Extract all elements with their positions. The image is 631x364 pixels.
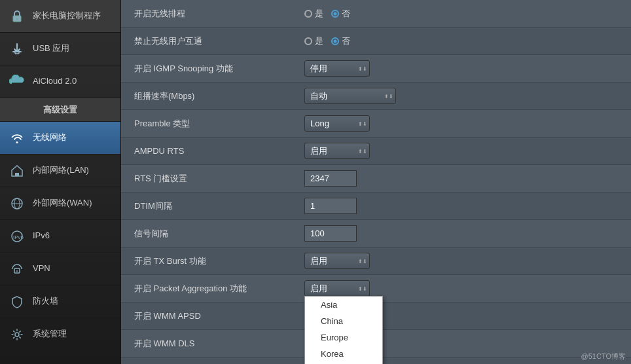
control-igmp-snooping: 停用 启用: [304, 60, 370, 77]
svg-point-1: [16, 18, 18, 20]
row-preamble: Preamble 类型 Long Short Auto: [121, 110, 631, 137]
sidebar-label-vpn: VPN: [33, 263, 50, 274]
radio-no-0[interactable]: 否: [331, 8, 350, 20]
control-ap-isolation: 是 否: [304, 35, 350, 47]
select-wrapper-tx-burst: 启用 停用: [304, 253, 370, 269]
label-ampdu-rts: AMPDU RTS: [134, 146, 304, 156]
sidebar-label-wan: 外部网络(WAN): [33, 198, 92, 209]
select-wrapper-igmp: 停用 启用: [304, 60, 370, 77]
sidebar-label-wireless: 无线网络: [33, 132, 67, 143]
row-dtim-interval: DTIM间隔: [121, 192, 631, 220]
row-wireless-scheduler: 开启无线排程 是 否: [121, 0, 631, 27]
wifi-icon: [8, 129, 26, 147]
radio-dot-no-1: [331, 37, 339, 45]
label-dtim-interval: DTIM间隔: [134, 200, 304, 212]
radio-no-1[interactable]: 否: [331, 35, 350, 47]
sidebar-section-advanced: 高级设置: [0, 98, 120, 122]
sidebar-label-parental: 家长电脑控制程序: [33, 10, 101, 22]
dropdown-item-korea[interactable]: Korea: [305, 346, 382, 362]
label-beacon-interval: 信号间隔: [134, 228, 304, 240]
main-content: 开启无线排程 是 否 禁止无线用户互通: [121, 0, 631, 364]
control-ampdu-rts: 启用 停用: [304, 143, 370, 159]
sidebar-item-lan[interactable]: 内部网络(LAN): [0, 155, 120, 187]
sidebar-item-parental[interactable]: 家长电脑控制程序: [0, 0, 120, 33]
label-multicast-rate: 组播速率(Mbps): [134, 90, 304, 102]
control-tx-burst: 启用 停用: [304, 253, 370, 269]
sidebar-item-wireless[interactable]: 无线网络: [0, 122, 120, 155]
label-ap-isolation: 禁止无线用户互通: [134, 35, 304, 47]
row-tx-burst: 开启 TX Burst 功能 启用 停用: [121, 247, 631, 275]
dropdown-item-asia[interactable]: Asia: [305, 297, 382, 313]
label-wmm-apsd: 开启 WMM APSD: [134, 310, 304, 322]
row-packet-aggregation: 开启 Packet Aggregation 功能 启用 停用 Asia Chin…: [121, 275, 631, 302]
select-multicast-rate[interactable]: 自动 1 2: [304, 88, 396, 104]
sidebar-label-aicloud: AiCloud 2.0: [33, 76, 77, 87]
svg-rect-3: [15, 173, 19, 176]
sidebar-item-firewall[interactable]: 防火墙: [0, 285, 120, 318]
label-rts-threshold: RTS 门槛设置: [134, 173, 304, 185]
dropdown-item-china[interactable]: China: [305, 313, 382, 329]
control-multicast-rate: 自动 1 2: [304, 88, 396, 104]
radio-dot-yes-0: [304, 10, 312, 18]
label-preamble: Preamble 类型: [134, 118, 304, 130]
watermark: @51CTO博客: [581, 352, 626, 361]
select-igmp-snooping[interactable]: 停用 启用: [304, 60, 370, 77]
sidebar-item-aicloud[interactable]: AiCloud 2.0: [0, 65, 120, 98]
select-wrapper-packet-agg: 启用 停用: [304, 280, 370, 297]
radio-ap-isolation: 是 否: [304, 35, 350, 47]
globe-icon: [8, 194, 26, 213]
row-rts-threshold: RTS 门槛设置: [121, 165, 631, 192]
gear-icon: [8, 325, 26, 344]
dropdown-item-europe[interactable]: Europe: [305, 329, 382, 346]
lock-icon: [8, 7, 26, 26]
cloud-icon: [8, 73, 26, 91]
radio-dot-yes-1: [304, 37, 312, 45]
select-ampdu-rts[interactable]: 启用 停用: [304, 143, 370, 159]
input-dtim-interval[interactable]: [304, 198, 357, 214]
usb-icon: [8, 40, 26, 58]
sidebar-label-sysadmin: 系统管理: [33, 329, 67, 340]
select-tx-burst[interactable]: 启用 停用: [304, 253, 370, 269]
control-dtim-interval: [304, 198, 357, 214]
control-rts-threshold: [304, 170, 357, 187]
sidebar-label-firewall: 防火墙: [33, 296, 58, 307]
vpn-icon: [8, 260, 26, 278]
radio-wireless-scheduler: 是 否: [304, 8, 350, 20]
sidebar-label-lan: 内部网络(LAN): [33, 165, 89, 176]
radio-yes-1[interactable]: 是: [304, 35, 323, 47]
control-packet-aggregation: 启用 停用 Asia China Europe Korea Russia Sin…: [304, 280, 370, 297]
row-beacon-interval: 信号间隔: [121, 220, 631, 247]
svg-point-11: [15, 333, 19, 337]
radio-dot-no-0: [331, 10, 339, 18]
shield-icon: [8, 293, 26, 311]
sidebar-label-ipv6: IPv6: [33, 230, 50, 242]
select-wrapper-preamble: Long Short Auto: [304, 115, 370, 132]
select-packet-aggregation[interactable]: 启用 停用: [304, 280, 370, 297]
input-rts-threshold[interactable]: [304, 170, 357, 187]
label-wmm-dls: 开启 WMM DLS: [134, 338, 304, 350]
sidebar-label-usb: USB 应用: [33, 43, 69, 54]
row-ampdu-rts: AMPDU RTS 启用 停用: [121, 137, 631, 165]
settings-table: 开启无线排程 是 否 禁止无线用户互通: [121, 0, 631, 364]
sidebar: 家长电脑控制程序 USB 应用 AiCloud 2.0 高级设置: [0, 0, 121, 364]
home-icon: [8, 162, 26, 180]
input-beacon-interval[interactable]: [304, 225, 357, 242]
control-wireless-scheduler: 是 否: [304, 8, 350, 20]
select-preamble[interactable]: Long Short Auto: [304, 115, 370, 132]
sidebar-item-vpn[interactable]: VPN: [0, 253, 120, 285]
dropdown-region-overlay: Asia China Europe Korea Russia Singapore…: [304, 296, 383, 364]
sidebar-item-wan[interactable]: 外部网络(WAN): [0, 187, 120, 220]
row-ap-isolation: 禁止无线用户互通 是 否: [121, 27, 631, 55]
sidebar-item-sysadmin[interactable]: 系统管理: [0, 318, 120, 351]
row-igmp-snooping: 开启 IGMP Snooping 功能 停用 启用: [121, 55, 631, 82]
radio-yes-0[interactable]: 是: [304, 8, 323, 20]
label-packet-aggregation: 开启 Packet Aggregation 功能: [134, 283, 304, 295]
select-wrapper-multicast: 自动 1 2: [304, 88, 396, 104]
label-tx-burst: 开启 TX Burst 功能: [134, 255, 304, 267]
label-igmp-snooping: 开启 IGMP Snooping 功能: [134, 63, 304, 75]
sidebar-item-usb[interactable]: USB 应用: [0, 33, 120, 65]
sidebar-item-ipv6[interactable]: IPv6 IPv6: [0, 220, 120, 253]
select-wrapper-ampdu: 启用 停用: [304, 143, 370, 159]
ipv6-icon: IPv6: [8, 227, 26, 246]
row-multicast-rate: 组播速率(Mbps) 自动 1 2: [121, 82, 631, 110]
